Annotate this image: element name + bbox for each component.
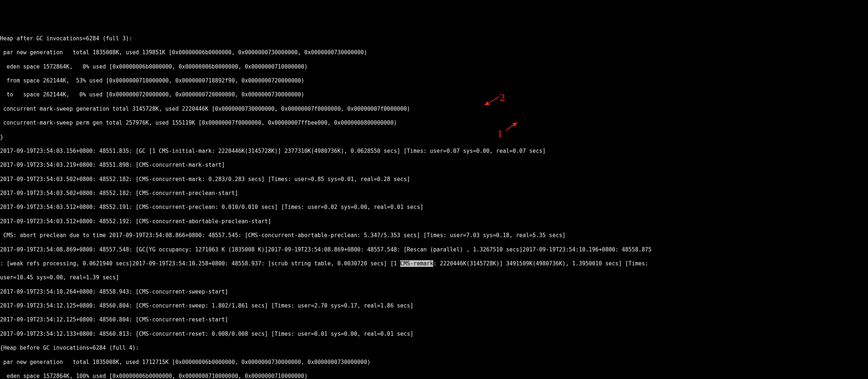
log-line: 2017-09-19T23:54:03.502+0800: 48552.182:… (0, 190, 868, 197)
log-line: eden space 1572864K, 100% used [0x000000… (0, 373, 868, 379)
log-line: } (0, 134, 868, 141)
log-line: {Heap before GC invocations=6284 (full 4… (0, 345, 868, 352)
log-line: 2017-09-19T23:54:03.512+0800: 48552.191:… (0, 204, 868, 211)
log-line: par new generation total 1835008K, used … (0, 359, 868, 366)
highlighted-cms-remark: CMS-remark (400, 260, 433, 267)
log-line: 2017-09-19T23:54:12.125+0800: 48560.804:… (0, 316, 868, 323)
log-text: : [weak refs processing, 0.0621940 secs]… (0, 260, 400, 267)
log-line: 2017-09-19T23:54:03.512+0800: 48552.192:… (0, 218, 868, 225)
log-line: from space 262144K, 53% used [0x00000007… (0, 77, 868, 84)
log-line: Heap after GC invocations=6284 (full 3): (0, 35, 868, 42)
log-line: 2017-09-19T23:54:12.133+0800: 48560.813:… (0, 331, 868, 338)
terminal-output: Heap after GC invocations=6284 (full 3):… (0, 28, 868, 379)
log-line: 2017-09-19T23:54:10.264+0800: 48558.943:… (0, 288, 868, 295)
log-line: par new generation total 1835008K, used … (0, 49, 868, 56)
log-line: 2017-09-19T23:54:03.219+0800: 48551.898:… (0, 162, 868, 169)
log-text: : 2220446K(3145728K)] 3491509K(4980736K)… (433, 260, 652, 267)
log-line: concurrent-mark-sweep perm gen total 257… (0, 119, 868, 126)
log-line: 2017-09-19T23:54:03.502+0800: 48552.182:… (0, 176, 868, 183)
log-line: concurrent mark-sweep generation total 3… (0, 106, 868, 113)
log-line: : [weak refs processing, 0.0621940 secs]… (0, 260, 868, 267)
log-line: to space 262144K, 0% used [0x00000007200… (0, 91, 868, 98)
log-line: CMS: abort preclean due to time 2017-09-… (0, 232, 868, 239)
log-line: 2017-09-19T23:54:03.156+0800: 48551.835:… (0, 148, 868, 155)
log-line: eden space 1572864K, 0% used [0x00000006… (0, 63, 868, 70)
log-line: 2017-09-19T23:54:08.869+0800: 48557.548:… (0, 246, 868, 253)
log-line: user=10.45 sys=0.00, real=1.39 secs] (0, 274, 868, 281)
log-line: 2017-09-19T23:54:12.125+0800: 48560.804:… (0, 302, 868, 309)
